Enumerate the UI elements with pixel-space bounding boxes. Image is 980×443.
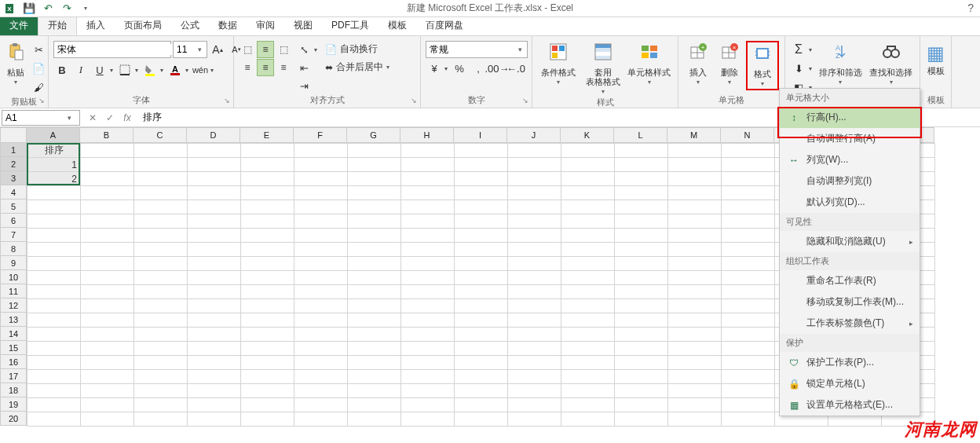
increase-indent-icon[interactable]: ⇥ <box>295 77 313 94</box>
col-header[interactable]: C <box>133 127 187 143</box>
cell[interactable] <box>508 412 561 427</box>
cell[interactable] <box>134 257 188 271</box>
col-header[interactable]: J <box>507 127 561 143</box>
cell[interactable] <box>401 328 455 342</box>
cell[interactable] <box>455 328 508 342</box>
cell[interactable] <box>722 313 775 328</box>
cell[interactable] <box>134 186 188 200</box>
decrease-decimal-icon[interactable]: ←.0 <box>507 60 525 77</box>
cell[interactable] <box>401 158 455 172</box>
col-header[interactable]: F <box>294 127 347 143</box>
accounting-format-button[interactable]: ¥▾ <box>426 60 449 77</box>
row-header[interactable]: 4 <box>0 185 27 200</box>
cell[interactable] <box>241 328 294 342</box>
menu-col-width[interactable]: ↔列宽(W)... <box>780 149 920 170</box>
cell[interactable] <box>455 342 508 356</box>
cell[interactable] <box>241 370 294 384</box>
cell[interactable] <box>508 229 561 243</box>
cell[interactable] <box>188 299 241 313</box>
cell[interactable] <box>615 412 668 427</box>
cell[interactable] <box>134 285 188 299</box>
cell[interactable] <box>668 257 722 271</box>
grow-font-icon[interactable]: A▴ <box>209 41 226 58</box>
cell[interactable] <box>615 229 668 243</box>
cell[interactable] <box>401 299 455 313</box>
font-color-button[interactable]: A▾ <box>166 61 190 79</box>
cell[interactable] <box>615 313 668 328</box>
cell[interactable] <box>455 313 508 328</box>
phonetic-button[interactable]: wén▾ <box>192 61 215 79</box>
cell[interactable] <box>455 356 508 370</box>
cell[interactable] <box>188 342 241 356</box>
cell[interactable] <box>615 370 668 384</box>
cell[interactable] <box>348 172 401 186</box>
cell[interactable] <box>348 158 401 172</box>
cell[interactable] <box>188 200 241 214</box>
cell[interactable] <box>508 285 561 299</box>
cell[interactable] <box>348 370 401 384</box>
cell[interactable] <box>81 370 134 384</box>
cell[interactable] <box>615 200 668 214</box>
cell[interactable] <box>561 412 615 427</box>
cell[interactable] <box>455 200 508 214</box>
cell[interactable] <box>668 342 722 356</box>
cell[interactable] <box>508 313 561 328</box>
cell[interactable] <box>241 186 294 200</box>
cell[interactable] <box>668 144 722 158</box>
cell[interactable] <box>561 229 615 243</box>
row-header[interactable]: 14 <box>0 327 27 341</box>
cell[interactable] <box>348 299 401 313</box>
cell[interactable] <box>401 172 455 186</box>
cell[interactable] <box>81 172 134 186</box>
row-header[interactable]: 18 <box>0 383 27 397</box>
cell[interactable] <box>455 257 508 271</box>
tab-review[interactable]: 审阅 <box>247 16 284 35</box>
cell[interactable] <box>294 313 348 328</box>
cell[interactable] <box>241 214 294 229</box>
cell[interactable] <box>401 144 455 158</box>
tab-data[interactable]: 数据 <box>209 16 247 35</box>
qat-dropdown-icon[interactable]: ▾ <box>77 0 94 17</box>
row-header[interactable]: 5 <box>0 200 27 214</box>
cell[interactable] <box>241 257 294 271</box>
cell[interactable] <box>348 214 401 229</box>
cell[interactable] <box>668 299 722 313</box>
cell[interactable] <box>508 186 561 200</box>
tab-pdf[interactable]: PDF工具 <box>322 16 378 35</box>
cell[interactable] <box>294 200 348 214</box>
cell[interactable] <box>241 412 294 427</box>
cell[interactable] <box>81 144 134 158</box>
cell[interactable] <box>188 243 241 257</box>
cell[interactable] <box>134 342 188 356</box>
cell[interactable] <box>455 229 508 243</box>
copy-icon[interactable]: 📄 <box>30 60 47 77</box>
cell[interactable] <box>668 384 722 398</box>
merge-center-button[interactable]: ⬌合并后居中▾ <box>322 59 400 75</box>
cell[interactable] <box>668 328 722 342</box>
cell[interactable] <box>508 328 561 342</box>
cell[interactable] <box>615 271 668 285</box>
cell[interactable] <box>27 356 81 370</box>
cell[interactable] <box>668 186 722 200</box>
cell[interactable]: 1 <box>27 158 81 172</box>
cell[interactable] <box>188 370 241 384</box>
cell[interactable] <box>561 356 615 370</box>
select-all-corner[interactable] <box>0 127 27 143</box>
cell[interactable] <box>294 229 348 243</box>
cell[interactable] <box>134 271 188 285</box>
cell[interactable] <box>241 285 294 299</box>
cell[interactable] <box>455 186 508 200</box>
tab-home[interactable]: 开始 <box>38 15 77 35</box>
cell[interactable] <box>188 144 241 158</box>
align-top-icon[interactable]: ⬚ <box>239 41 256 58</box>
format-cells-button[interactable]: 格式▾ <box>746 41 779 90</box>
cell[interactable] <box>241 172 294 186</box>
menu-autofit-row[interactable]: 自动调整行高(A) <box>780 128 920 149</box>
row-header[interactable]: 6 <box>0 214 27 228</box>
cell[interactable] <box>81 158 134 172</box>
cell[interactable] <box>348 356 401 370</box>
cell[interactable] <box>188 356 241 370</box>
menu-default-width[interactable]: 默认列宽(D)... <box>780 192 920 213</box>
cell[interactable] <box>508 257 561 271</box>
row-header[interactable]: 9 <box>0 256 27 270</box>
